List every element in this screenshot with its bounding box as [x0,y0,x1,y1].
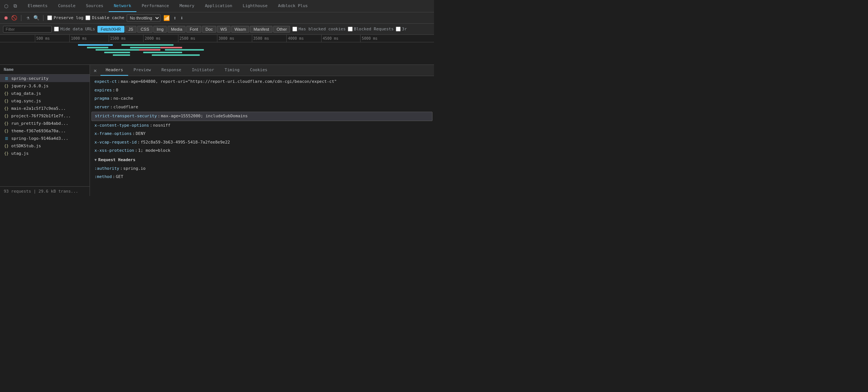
has-blocked-cookies-checkbox[interactable]: Has blocked cookies [292,27,346,31]
cursor-icon[interactable]: ⬡ [3,3,9,9]
file-name: utag.sync.js [11,99,41,103]
blocked-requests-input[interactable] [348,27,353,31]
filter-button[interactable]: ⚗ [25,15,31,21]
search-button[interactable]: 🔍 [33,15,39,21]
disable-cache-input[interactable] [85,15,90,20]
filter-type-wasm[interactable]: Wasm [231,26,250,33]
header-value: DENY [136,131,146,137]
js-icon: {} [4,121,9,126]
filter-type-manifest[interactable]: Manifest [250,26,272,33]
hide-data-urls-chip[interactable]: Hide data URLs [54,27,95,31]
disable-cache-checkbox[interactable]: Disable cache [85,15,124,20]
layers-icon[interactable]: ⧉ [12,3,18,9]
timeline-bar [174,54,199,56]
throttle-select[interactable]: No throttling [127,14,160,22]
filter-input[interactable] [3,26,52,33]
file-list-items: ☰spring-security{}jquery-3.6.0.js{}utag_… [0,75,90,186]
nav-tab-console[interactable]: Console [53,0,81,12]
detail-tab-initiator[interactable]: Initiator [187,65,220,76]
header-content: expect-ct: max-age=604800, report-uri="h… [90,76,434,196]
file-item[interactable]: {}utag_data.js [0,90,90,97]
clear-button[interactable]: 🚫 [11,15,17,21]
nav-tab-elements[interactable]: Elements [22,0,53,12]
header-row: x-frame-options: DENY [90,130,434,138]
export-icon[interactable]: ⬇ [180,15,184,21]
nav-tabs: ElementsConsoleSourcesNetworkPerformance… [22,0,313,12]
request-header-key: :authority [94,166,119,172]
preserve-log-checkbox[interactable]: Preserve log [47,15,83,20]
nav-tab-performance[interactable]: Performance [136,0,174,12]
header-colon: : [112,87,115,94]
detail-tab-timing[interactable]: Timing [219,65,245,76]
timeline-bar [156,44,174,46]
timeline-bar [169,52,183,53]
filter-type-ws[interactable]: WS [217,26,230,33]
file-item[interactable]: ☰spring-logo-9146a4d3... [0,135,90,142]
filter-type-font[interactable]: Font [186,26,201,33]
timeline-bar [113,54,130,56]
file-item[interactable]: {}main-e2a1c5f17c9ea5... [0,105,90,112]
header-key: expect-ct [94,79,117,85]
nav-icons: ⬡ ⧉ [3,3,18,9]
top-nav: ⬡ ⧉ ElementsConsoleSourcesNetworkPerform… [0,0,434,12]
header-value: 1; mode=block [138,148,171,154]
timeline-tick: 4500 ms [321,35,338,42]
header-row: pragma: no-cache [90,94,434,103]
filter-type-js[interactable]: JS [125,26,137,33]
record-button[interactable]: ⏺ [3,15,9,21]
file-item[interactable]: ☰spring-security [0,75,90,82]
timeline-bar [104,52,130,53]
hide-data-urls-input[interactable] [54,27,59,31]
timeline-ruler: 500 ms1000 ms1500 ms2000 ms2500 ms3000 m… [0,35,434,42]
nav-tab-adblock[interactable]: Adblock Plus [273,0,313,12]
file-item[interactable]: {}project-76f792b1f1e7f... [0,112,90,120]
network-conditions-icon[interactable]: 📶 [163,15,171,21]
request-header-row: :authority: spring.io [90,165,434,173]
import-icon[interactable]: ⬆ [173,15,177,21]
file-item[interactable]: {}otSDKStub.js [0,142,90,150]
file-item[interactable]: {}theme-f367e6936a70a... [0,127,90,135]
file-name: jquery-3.6.0.js [11,84,48,88]
divider-2 [43,15,43,21]
file-item[interactable]: {}utag.sync.js [0,97,90,105]
blocked-requests-checkbox[interactable]: Blocked Requests [348,27,394,31]
nav-tab-lighthouse[interactable]: Lighthouse [238,0,273,12]
timeline-bar [87,47,109,48]
detail-tab-headers[interactable]: Headers [100,65,128,76]
nav-tab-sources[interactable]: Sources [81,0,108,12]
file-item[interactable]: {}jquery-3.6.0.js [0,82,90,90]
detail-tab-cookies[interactable]: Cookies [245,65,272,76]
js-icon: {} [4,151,9,156]
js-icon: {} [4,83,9,88]
filter-type-doc[interactable]: Doc [202,26,216,33]
file-item[interactable]: {}run_prettify-b8b4abd... [0,120,90,127]
file-name: otSDKStub.js [11,144,41,148]
file-name: spring-security [11,76,48,81]
filter-type-css[interactable]: CSS [137,26,153,33]
has-blocked-cookies-input[interactable] [292,27,297,31]
nav-tab-memory[interactable]: Memory [174,0,200,12]
detail-tab-preview[interactable]: Preview [128,65,156,76]
header-colon: : [118,79,120,85]
filter-type-img[interactable]: Img [153,26,167,33]
header-value: nosniff [153,123,170,129]
timeline-tick: 3000 ms [217,35,234,42]
filter-type-other[interactable]: Other [273,26,290,33]
third-party-input[interactable] [396,27,401,31]
nav-tab-application[interactable]: Application [200,0,238,12]
timeline-tick: 5000 ms [360,35,377,42]
filter-type-media[interactable]: Media [168,26,186,33]
nav-tab-network[interactable]: Network [109,0,136,12]
third-party-checkbox[interactable]: 3r [396,27,407,31]
preserve-log-input[interactable] [47,15,52,20]
close-button[interactable]: ✕ [91,67,99,74]
header-row: x-xss-protection: 1; mode=block [90,147,434,155]
file-item[interactable]: {}utag.js [0,150,90,157]
request-headers-section[interactable]: ▼Request Headers [90,155,434,165]
detail-tab-response[interactable]: Response [156,65,187,76]
file-name: utag_data.js [11,91,41,96]
blocked-requests-label: Blocked Requests [354,27,394,31]
file-name: utag.js [11,151,28,156]
header-key: pragma [94,96,109,102]
filter-type-fetch-xhr[interactable]: Fetch/XHR [97,26,124,33]
